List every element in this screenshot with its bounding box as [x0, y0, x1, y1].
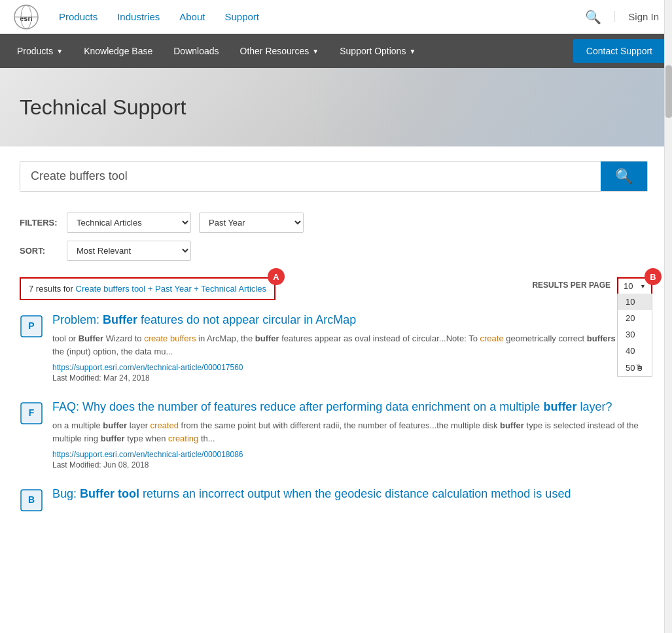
- secondary-nav-support-options[interactable]: Support Options ▼: [329, 34, 426, 68]
- secondary-nav-other-resources[interactable]: Other Resources ▼: [230, 34, 330, 68]
- sort-row: SORT: Most Relevant Date Title: [20, 241, 652, 261]
- result-snippet: on a multiple buffer layer created from …: [52, 419, 652, 445]
- results-filter-text: + Past Year + Technical Articles: [145, 284, 266, 294]
- top-nav-products[interactable]: Products: [59, 11, 97, 22]
- results-summary-text: 7 results for: [29, 284, 76, 294]
- top-nav-support[interactable]: Support: [224, 11, 259, 22]
- result-icon: P: [20, 315, 43, 338]
- secondary-nav-downloads[interactable]: Downloads: [163, 34, 229, 68]
- search-button[interactable]: 🔍: [601, 162, 647, 191]
- search-input[interactable]: [20, 162, 601, 191]
- result-url[interactable]: https://support.esri.com/en/technical-ar…: [52, 363, 652, 372]
- secondary-nav-knowledge-base[interactable]: Knowledge Base: [73, 34, 163, 68]
- rpp-option-20[interactable]: 20: [618, 310, 652, 326]
- results-summary-box: 7 results for Create buffers tool + Past…: [20, 277, 275, 300]
- badge-a: A: [268, 268, 285, 285]
- type-filter-select[interactable]: Technical Articles All FAQs Bug Reports: [67, 213, 191, 233]
- rpp-options-list: 10 20 30 40 50 🖱: [617, 294, 652, 377]
- result-title-link[interactable]: Bug: Buffer tool returns an incorrect ou…: [52, 486, 652, 502]
- contact-support-button[interactable]: Contact Support: [573, 39, 665, 63]
- result-icon: F: [20, 402, 43, 425]
- result-icon: B: [20, 488, 43, 512]
- secondary-nav: Products ▼ Knowledge Base Downloads Othe…: [0, 34, 672, 68]
- result-date: Last Modified: Mar 24, 2018: [52, 373, 652, 383]
- cursor-icon: 🖱: [635, 362, 644, 373]
- rpp-option-30[interactable]: 30: [618, 326, 652, 343]
- result-title-link[interactable]: Problem: Buffer features do not appear c…: [52, 313, 356, 326]
- results-list: P Problem: Buffer features do not appear…: [0, 305, 672, 525]
- hero-background: [302, 68, 672, 146]
- svg-text:F: F: [29, 407, 35, 418]
- results-query: Create buffers tool: [76, 284, 146, 294]
- result-item: B Bug: Buffer tool returns an incorrect …: [20, 486, 652, 512]
- logo[interactable]: esri: [13, 4, 39, 30]
- page-title: Technical Support: [20, 95, 186, 120]
- sort-label: SORT:: [20, 246, 59, 256]
- top-nav-industries[interactable]: Industries: [117, 11, 160, 22]
- rpp-option-50[interactable]: 50 🖱: [618, 359, 652, 376]
- search-area: 🔍: [0, 146, 672, 206]
- caret-icon: ▼: [56, 48, 63, 55]
- result-item: P Problem: Buffer features do not appear…: [20, 312, 652, 383]
- results-per-page-label: RESULTS PER PAGE: [532, 277, 610, 290]
- top-nav-links: Products Industries About Support: [59, 11, 585, 22]
- result-url[interactable]: https://support.esri.com/en/technical-ar…: [52, 450, 652, 459]
- filters-label: FILTERS:: [20, 218, 59, 228]
- rpp-option-10[interactable]: 10: [618, 294, 652, 310]
- hero-section: Technical Support: [0, 68, 672, 146]
- result-content: Bug: Buffer tool returns an incorrect ou…: [52, 486, 652, 512]
- top-nav-actions: 🔍 Sign In: [585, 9, 659, 25]
- caret-icon: ▼: [409, 48, 416, 55]
- search-bar: 🔍: [20, 161, 648, 192]
- caret-icon: ▼: [312, 48, 319, 55]
- top-nav-about[interactable]: About: [179, 11, 205, 22]
- result-title-link[interactable]: FAQ: Why does the number of features red…: [52, 399, 652, 415]
- result-content: Problem: Buffer features do not appear c…: [52, 312, 652, 383]
- result-date: Last Modified: Jun 08, 2018: [52, 460, 652, 470]
- result-snippet: tool or Buffer Wizard to create buffers …: [52, 332, 652, 358]
- time-filter-select[interactable]: Past Year All Time Past Month Past Week: [199, 213, 304, 233]
- secondary-nav-products[interactable]: Products ▼: [7, 34, 73, 68]
- svg-text:esri: esri: [20, 14, 33, 22]
- filters-area: FILTERS: Technical Articles All FAQs Bug…: [0, 206, 672, 272]
- results-summary-row: 7 results for Create buffers tool + Past…: [0, 272, 672, 305]
- badge-b: B: [645, 268, 662, 285]
- result-content: FAQ: Why does the number of features red…: [52, 399, 652, 470]
- result-item: F FAQ: Why does the number of features r…: [20, 399, 652, 470]
- filter-row: FILTERS: Technical Articles All FAQs Bug…: [20, 213, 652, 233]
- top-nav: esri Products Industries About Support 🔍…: [0, 0, 672, 34]
- scrollbar[interactable]: [664, 0, 672, 525]
- scrollbar-thumb[interactable]: [665, 65, 672, 118]
- search-icon[interactable]: 🔍: [585, 9, 601, 25]
- sort-select[interactable]: Most Relevant Date Title: [67, 241, 191, 261]
- svg-text:B: B: [28, 494, 35, 505]
- rpp-option-40[interactable]: 40: [618, 343, 652, 359]
- svg-text:P: P: [28, 320, 34, 331]
- dropdown-caret-icon: ▼: [640, 283, 646, 290]
- signin-button[interactable]: Sign In: [614, 11, 659, 22]
